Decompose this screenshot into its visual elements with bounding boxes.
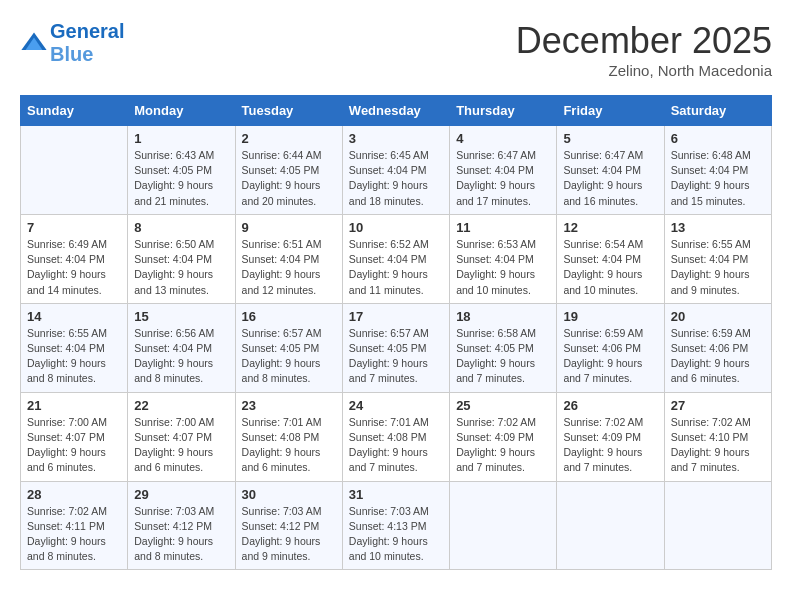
calendar-cell: 29Sunrise: 7:03 AMSunset: 4:12 PMDayligh… bbox=[128, 481, 235, 570]
day-number: 15 bbox=[134, 309, 228, 324]
calendar-cell bbox=[557, 481, 664, 570]
day-number: 21 bbox=[27, 398, 121, 413]
calendar-week-row: 7Sunrise: 6:49 AMSunset: 4:04 PMDaylight… bbox=[21, 214, 772, 303]
day-info: Sunrise: 6:49 AMSunset: 4:04 PMDaylight:… bbox=[27, 237, 121, 298]
calendar-week-row: 14Sunrise: 6:55 AMSunset: 4:04 PMDayligh… bbox=[21, 303, 772, 392]
calendar-cell: 27Sunrise: 7:02 AMSunset: 4:10 PMDayligh… bbox=[664, 392, 771, 481]
calendar-cell: 4Sunrise: 6:47 AMSunset: 4:04 PMDaylight… bbox=[450, 126, 557, 215]
day-info: Sunrise: 6:43 AMSunset: 4:05 PMDaylight:… bbox=[134, 148, 228, 209]
day-info: Sunrise: 6:53 AMSunset: 4:04 PMDaylight:… bbox=[456, 237, 550, 298]
day-info: Sunrise: 6:59 AMSunset: 4:06 PMDaylight:… bbox=[671, 326, 765, 387]
day-number: 20 bbox=[671, 309, 765, 324]
calendar-cell: 20Sunrise: 6:59 AMSunset: 4:06 PMDayligh… bbox=[664, 303, 771, 392]
day-number: 16 bbox=[242, 309, 336, 324]
day-number: 26 bbox=[563, 398, 657, 413]
calendar-cell: 23Sunrise: 7:01 AMSunset: 4:08 PMDayligh… bbox=[235, 392, 342, 481]
calendar-cell bbox=[664, 481, 771, 570]
calendar-week-row: 1Sunrise: 6:43 AMSunset: 4:05 PMDaylight… bbox=[21, 126, 772, 215]
day-info: Sunrise: 7:03 AMSunset: 4:13 PMDaylight:… bbox=[349, 504, 443, 565]
calendar-cell: 11Sunrise: 6:53 AMSunset: 4:04 PMDayligh… bbox=[450, 214, 557, 303]
weekday-header: Wednesday bbox=[342, 96, 449, 126]
day-info: Sunrise: 7:02 AMSunset: 4:09 PMDaylight:… bbox=[563, 415, 657, 476]
day-info: Sunrise: 6:56 AMSunset: 4:04 PMDaylight:… bbox=[134, 326, 228, 387]
day-info: Sunrise: 7:03 AMSunset: 4:12 PMDaylight:… bbox=[242, 504, 336, 565]
calendar-cell: 17Sunrise: 6:57 AMSunset: 4:05 PMDayligh… bbox=[342, 303, 449, 392]
calendar-cell: 14Sunrise: 6:55 AMSunset: 4:04 PMDayligh… bbox=[21, 303, 128, 392]
calendar-cell: 21Sunrise: 7:00 AMSunset: 4:07 PMDayligh… bbox=[21, 392, 128, 481]
weekday-header: Saturday bbox=[664, 96, 771, 126]
calendar-table: SundayMondayTuesdayWednesdayThursdayFrid… bbox=[20, 95, 772, 570]
logo-text: General Blue bbox=[50, 20, 124, 66]
weekday-header: Friday bbox=[557, 96, 664, 126]
calendar-cell: 12Sunrise: 6:54 AMSunset: 4:04 PMDayligh… bbox=[557, 214, 664, 303]
day-number: 24 bbox=[349, 398, 443, 413]
calendar-cell: 13Sunrise: 6:55 AMSunset: 4:04 PMDayligh… bbox=[664, 214, 771, 303]
day-info: Sunrise: 6:55 AMSunset: 4:04 PMDaylight:… bbox=[671, 237, 765, 298]
day-info: Sunrise: 7:01 AMSunset: 4:08 PMDaylight:… bbox=[349, 415, 443, 476]
calendar-cell: 7Sunrise: 6:49 AMSunset: 4:04 PMDaylight… bbox=[21, 214, 128, 303]
day-info: Sunrise: 7:02 AMSunset: 4:09 PMDaylight:… bbox=[456, 415, 550, 476]
calendar-cell bbox=[21, 126, 128, 215]
day-number: 31 bbox=[349, 487, 443, 502]
day-number: 28 bbox=[27, 487, 121, 502]
location: Zelino, North Macedonia bbox=[516, 62, 772, 79]
day-number: 29 bbox=[134, 487, 228, 502]
calendar-cell bbox=[450, 481, 557, 570]
day-info: Sunrise: 6:47 AMSunset: 4:04 PMDaylight:… bbox=[456, 148, 550, 209]
page-header: General Blue December 2025 Zelino, North… bbox=[20, 20, 772, 79]
day-info: Sunrise: 7:03 AMSunset: 4:12 PMDaylight:… bbox=[134, 504, 228, 565]
calendar-cell: 15Sunrise: 6:56 AMSunset: 4:04 PMDayligh… bbox=[128, 303, 235, 392]
weekday-header: Thursday bbox=[450, 96, 557, 126]
day-info: Sunrise: 6:48 AMSunset: 4:04 PMDaylight:… bbox=[671, 148, 765, 209]
calendar-cell: 16Sunrise: 6:57 AMSunset: 4:05 PMDayligh… bbox=[235, 303, 342, 392]
day-number: 19 bbox=[563, 309, 657, 324]
day-info: Sunrise: 6:45 AMSunset: 4:04 PMDaylight:… bbox=[349, 148, 443, 209]
day-number: 11 bbox=[456, 220, 550, 235]
day-number: 27 bbox=[671, 398, 765, 413]
weekday-header: Sunday bbox=[21, 96, 128, 126]
day-info: Sunrise: 6:51 AMSunset: 4:04 PMDaylight:… bbox=[242, 237, 336, 298]
day-info: Sunrise: 6:55 AMSunset: 4:04 PMDaylight:… bbox=[27, 326, 121, 387]
day-number: 17 bbox=[349, 309, 443, 324]
day-number: 22 bbox=[134, 398, 228, 413]
calendar-cell: 8Sunrise: 6:50 AMSunset: 4:04 PMDaylight… bbox=[128, 214, 235, 303]
calendar-cell: 5Sunrise: 6:47 AMSunset: 4:04 PMDaylight… bbox=[557, 126, 664, 215]
calendar-cell: 3Sunrise: 6:45 AMSunset: 4:04 PMDaylight… bbox=[342, 126, 449, 215]
day-number: 1 bbox=[134, 131, 228, 146]
calendar-cell: 18Sunrise: 6:58 AMSunset: 4:05 PMDayligh… bbox=[450, 303, 557, 392]
day-number: 8 bbox=[134, 220, 228, 235]
day-info: Sunrise: 6:58 AMSunset: 4:05 PMDaylight:… bbox=[456, 326, 550, 387]
day-info: Sunrise: 7:02 AMSunset: 4:10 PMDaylight:… bbox=[671, 415, 765, 476]
day-number: 18 bbox=[456, 309, 550, 324]
calendar-cell: 6Sunrise: 6:48 AMSunset: 4:04 PMDaylight… bbox=[664, 126, 771, 215]
day-number: 6 bbox=[671, 131, 765, 146]
calendar-week-row: 28Sunrise: 7:02 AMSunset: 4:11 PMDayligh… bbox=[21, 481, 772, 570]
calendar-cell: 26Sunrise: 7:02 AMSunset: 4:09 PMDayligh… bbox=[557, 392, 664, 481]
header-row: SundayMondayTuesdayWednesdayThursdayFrid… bbox=[21, 96, 772, 126]
day-info: Sunrise: 7:02 AMSunset: 4:11 PMDaylight:… bbox=[27, 504, 121, 565]
day-info: Sunrise: 6:50 AMSunset: 4:04 PMDaylight:… bbox=[134, 237, 228, 298]
day-number: 5 bbox=[563, 131, 657, 146]
day-number: 4 bbox=[456, 131, 550, 146]
calendar-cell: 28Sunrise: 7:02 AMSunset: 4:11 PMDayligh… bbox=[21, 481, 128, 570]
day-number: 12 bbox=[563, 220, 657, 235]
day-number: 25 bbox=[456, 398, 550, 413]
day-info: Sunrise: 6:47 AMSunset: 4:04 PMDaylight:… bbox=[563, 148, 657, 209]
calendar-week-row: 21Sunrise: 7:00 AMSunset: 4:07 PMDayligh… bbox=[21, 392, 772, 481]
calendar-cell: 22Sunrise: 7:00 AMSunset: 4:07 PMDayligh… bbox=[128, 392, 235, 481]
day-info: Sunrise: 6:57 AMSunset: 4:05 PMDaylight:… bbox=[349, 326, 443, 387]
day-number: 14 bbox=[27, 309, 121, 324]
day-number: 10 bbox=[349, 220, 443, 235]
calendar-cell: 24Sunrise: 7:01 AMSunset: 4:08 PMDayligh… bbox=[342, 392, 449, 481]
day-number: 2 bbox=[242, 131, 336, 146]
day-number: 9 bbox=[242, 220, 336, 235]
calendar-cell: 30Sunrise: 7:03 AMSunset: 4:12 PMDayligh… bbox=[235, 481, 342, 570]
logo-icon bbox=[20, 29, 48, 57]
day-info: Sunrise: 6:57 AMSunset: 4:05 PMDaylight:… bbox=[242, 326, 336, 387]
day-info: Sunrise: 6:44 AMSunset: 4:05 PMDaylight:… bbox=[242, 148, 336, 209]
logo: General Blue bbox=[20, 20, 124, 66]
day-number: 23 bbox=[242, 398, 336, 413]
day-info: Sunrise: 7:01 AMSunset: 4:08 PMDaylight:… bbox=[242, 415, 336, 476]
calendar-cell: 2Sunrise: 6:44 AMSunset: 4:05 PMDaylight… bbox=[235, 126, 342, 215]
day-number: 30 bbox=[242, 487, 336, 502]
